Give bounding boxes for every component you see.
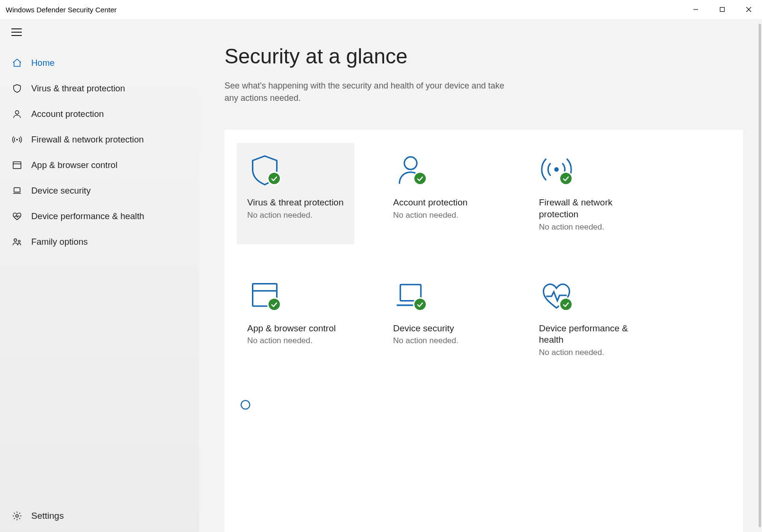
card-family-options-partial[interactable] [226,370,730,417]
card-status: No action needed. [393,336,492,346]
status-ok-badge [267,171,281,186]
card-title: Device performance & health [539,323,637,346]
card-status: No action needed. [247,211,346,220]
sidebar-item-label: Family options [31,237,88,247]
window-title: Windows Defender Security Center [6,6,117,14]
status-ok-badge [267,297,281,311]
card-virus-threat[interactable]: Virus & threat protection No action need… [237,143,354,244]
card-title: Virus & threat protection [247,197,346,209]
close-button[interactable] [735,0,762,19]
sidebar-item-label: Firewall & network protection [31,134,144,145]
app-window: Windows Defender Security Center Home [0,0,762,532]
sidebar-item-device-security[interactable]: Device security [0,178,199,204]
sidebar-item-label: App & browser control [31,160,117,170]
card-title: Account protection [393,197,492,209]
sidebar-spacer [0,255,199,502]
sidebar-item-label: Virus & threat protection [31,83,125,94]
sidebar-item-app-browser[interactable]: App & browser control [0,152,199,178]
card-title: Device security [393,323,492,335]
card-app-browser[interactable]: App & browser control No action needed. [237,269,354,370]
status-ok-badge [413,171,427,186]
laptop-icon [393,279,431,313]
home-icon [11,57,23,69]
laptop-icon [11,185,23,196]
sidebar-item-label: Device security [31,186,90,196]
antenna-icon [11,134,23,145]
sidebar-item-label: Settings [31,511,64,521]
maximize-button[interactable] [709,0,735,19]
card-device-security[interactable]: Device security No action needed. [383,269,500,370]
sidebar-item-label: Account protection [31,109,104,119]
shield-icon [11,83,23,94]
sidebar-item-firewall[interactable]: Firewall & network protection [0,127,199,152]
app-body: Home Virus & threat protection Account p… [0,19,762,532]
gear-icon [11,510,23,522]
card-status: No action needed. [393,211,492,220]
card-account-protection[interactable]: Account protection No action needed. [383,143,500,244]
sidebar-item-performance[interactable]: Device performance & health [0,204,199,229]
svg-rect-15 [720,8,725,12]
status-ok-badge [559,297,573,311]
family-icon [11,236,23,248]
minimize-button[interactable] [682,0,709,19]
sidebar: Home Virus & threat protection Account p… [0,19,199,532]
cards-area: Virus & threat protection No action need… [224,130,743,532]
sidebar-item-account[interactable]: Account protection [0,101,199,127]
card-device-performance[interactable]: Device performance & health No action ne… [529,269,646,370]
titlebar: Windows Defender Security Center [0,0,762,19]
sidebar-item-virus[interactable]: Virus & threat protection [0,76,199,101]
main-inner: Security at a glance See what's happenin… [199,19,762,532]
card-title: App & browser control [247,323,346,335]
nav: Home Virus & threat protection Account p… [0,50,199,255]
sidebar-item-family[interactable]: Family options [0,229,199,255]
browser-icon [247,279,285,313]
shield-icon [247,153,285,187]
cards-grid: Virus & threat protection No action need… [226,143,730,370]
page-title: Security at a glance [224,44,743,68]
card-title: Firewall & network protection [539,197,637,220]
status-ok-badge [413,297,427,311]
card-status: No action needed. [247,336,346,346]
card-status: No action needed. [539,348,637,357]
sidebar-item-label: Home [31,58,54,68]
card-status: No action needed. [539,222,637,232]
heart-icon [539,279,577,313]
sidebar-item-settings[interactable]: Settings [0,502,199,532]
person-icon [393,153,431,187]
menu-toggle-button[interactable] [0,26,199,50]
heart-icon [11,211,23,222]
page-subtitle: See what's happening with the security a… [224,80,509,104]
antenna-icon [539,153,577,187]
status-ok-badge [559,171,573,186]
card-firewall-network[interactable]: Firewall & network protection No action … [529,143,646,244]
sidebar-item-home[interactable]: Home [0,50,199,76]
browser-icon [11,160,23,171]
sidebar-item-label: Device performance & health [31,211,144,222]
main: Security at a glance See what's happenin… [199,19,762,532]
window-controls [682,0,762,19]
person-icon [11,108,23,120]
